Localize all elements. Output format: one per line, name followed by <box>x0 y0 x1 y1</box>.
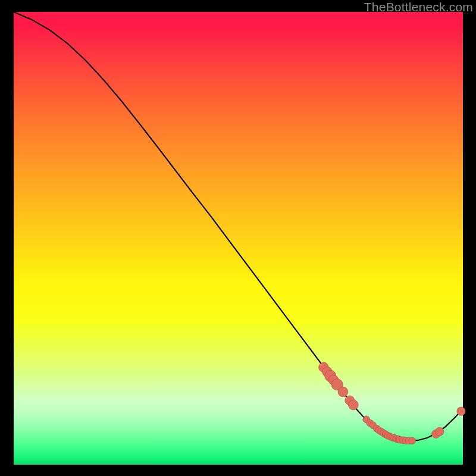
chart-marker <box>348 400 358 410</box>
watermark-text: TheBottleneck.com <box>364 0 473 14</box>
chart-marker <box>409 437 416 444</box>
chart-marker <box>457 407 465 415</box>
chart-curve <box>14 12 463 441</box>
chart-marker <box>338 387 348 397</box>
chart-frame: TheBottleneck.com <box>0 0 476 476</box>
chart-plot-area <box>14 12 463 465</box>
chart-svg <box>14 12 463 465</box>
chart-marker <box>436 427 444 436</box>
chart-markers <box>319 362 466 444</box>
